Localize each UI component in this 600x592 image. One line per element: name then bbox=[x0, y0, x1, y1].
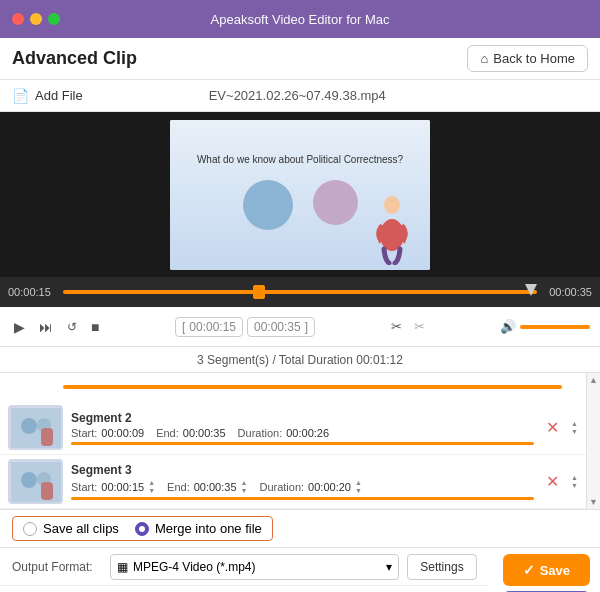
segments-info: 3 Segment(s) / Total Duration 00:01:12 bbox=[0, 347, 600, 373]
output-format-row: Output Format: ▦ MPEG-4 Video (*.mp4) ▾ … bbox=[0, 548, 489, 586]
stepper-up[interactable]: ▲ bbox=[571, 474, 578, 481]
circle-pink bbox=[313, 180, 358, 225]
timeline-end-time: 00:00:35 bbox=[537, 286, 592, 298]
svg-point-3 bbox=[21, 418, 37, 434]
save-button[interactable]: ✓ Save bbox=[503, 554, 590, 586]
timeline-start-time: 00:00:15 bbox=[8, 286, 63, 298]
start-time-value: 00:00:15 bbox=[189, 320, 236, 334]
stepper-down[interactable]: ▼ bbox=[241, 487, 248, 494]
stop-button[interactable]: ■ bbox=[87, 317, 103, 337]
figure bbox=[375, 195, 410, 265]
stepper-down[interactable]: ▼ bbox=[571, 482, 578, 489]
cut-buttons: ✂ ✂ bbox=[387, 317, 429, 336]
stepper-down[interactable]: ▼ bbox=[571, 428, 578, 435]
volume-icon: 🔊 bbox=[500, 319, 516, 334]
save-all-radio[interactable] bbox=[23, 522, 37, 536]
volume-area: 🔊 bbox=[500, 319, 590, 334]
title-bar: Apeaksoft Video Editor for Mac bbox=[0, 0, 600, 38]
end-time-input[interactable]: 00:00:35 ] bbox=[247, 317, 315, 337]
video-area: What do we know about Political Correctn… bbox=[0, 112, 600, 277]
svg-rect-5 bbox=[41, 428, 53, 446]
cut-end-button[interactable]: ✂ bbox=[410, 317, 429, 336]
segment-2-bar bbox=[71, 442, 534, 445]
segment-2-info: Segment 2 Start: 00:00:09 End: 00:00:35 … bbox=[71, 411, 534, 445]
minimize-button[interactable] bbox=[30, 13, 42, 25]
bracket-right-icon: ] bbox=[305, 320, 308, 334]
stepper-down[interactable]: ▼ bbox=[148, 487, 155, 494]
segment-2-thumb bbox=[8, 405, 63, 450]
svg-rect-9 bbox=[41, 482, 53, 500]
end-stepper-3[interactable]: ▲ ▼ bbox=[241, 479, 248, 494]
stepper-up[interactable]: ▲ bbox=[148, 479, 155, 486]
segment-3-times: Start: 00:00:15 ▲ ▼ End: 00:00:35 ▲ ▼ bbox=[71, 479, 534, 494]
stepper-up[interactable]: ▲ bbox=[571, 420, 578, 427]
close-button[interactable] bbox=[12, 13, 24, 25]
check-icon: ✓ bbox=[523, 562, 535, 578]
merge-into-one-option[interactable]: Merge into one file bbox=[135, 521, 262, 536]
save-merge-row: Save all clips Merge into one file bbox=[0, 510, 600, 548]
circle-blue bbox=[243, 180, 293, 230]
stepper-down[interactable]: ▼ bbox=[355, 487, 362, 494]
app-title: Apeaksoft Video Editor for Mac bbox=[211, 12, 390, 27]
back-home-label: Back to Home bbox=[493, 51, 575, 66]
scroll-up-icon[interactable]: ▲ bbox=[589, 375, 598, 385]
grid-icon: ▦ bbox=[117, 560, 128, 574]
format-label: Output Format: bbox=[12, 560, 102, 574]
duration-group-3: Duration: 00:00:20 ▲ ▼ bbox=[259, 479, 361, 494]
segment-3-delete[interactable]: ✕ bbox=[542, 472, 563, 491]
svg-point-7 bbox=[21, 472, 37, 488]
back-home-button[interactable]: ⌂ Back to Home bbox=[467, 45, 588, 72]
scroll-down-icon[interactable]: ▼ bbox=[589, 497, 598, 507]
table-row: Segment 2 Start: 00:00:09 End: 00:00:35 … bbox=[0, 401, 600, 455]
start-stepper-3[interactable]: ▲ ▼ bbox=[148, 479, 155, 494]
segments-area: Segment 2 Start: 00:00:09 End: 00:00:35 … bbox=[0, 373, 600, 510]
save-label: Save bbox=[540, 563, 570, 578]
cut-start-button[interactable]: ✂ bbox=[387, 317, 406, 336]
start-group-3: Start: 00:00:15 ▲ ▼ bbox=[71, 479, 155, 494]
end-group: End: 00:00:35 bbox=[156, 427, 225, 439]
settings-button[interactable]: Settings bbox=[407, 554, 476, 580]
segment-3-bar bbox=[71, 497, 534, 500]
segment-scrollbar[interactable]: ▲ ▼ bbox=[586, 373, 600, 509]
segment-2-times: Start: 00:00:09 End: 00:00:35 Duration: … bbox=[71, 427, 534, 439]
segment-3-thumb bbox=[8, 459, 63, 504]
segment-2-stepper[interactable]: ▲ ▼ bbox=[571, 420, 578, 435]
timeline-track[interactable] bbox=[63, 290, 537, 294]
video-caption: What do we know about Political Correctn… bbox=[197, 154, 403, 165]
window-controls[interactable] bbox=[12, 13, 60, 25]
save-merge-options: Save all clips Merge into one file bbox=[12, 516, 273, 541]
duration-stepper-3[interactable]: ▲ ▼ bbox=[355, 479, 362, 494]
maximize-button[interactable] bbox=[48, 13, 60, 25]
top-bar: Advanced Clip ⌂ Back to Home bbox=[0, 38, 600, 80]
duration-group: Duration: 00:00:26 bbox=[238, 427, 329, 439]
end-group-3: End: 00:00:35 ▲ ▼ bbox=[167, 479, 247, 494]
svg-point-0 bbox=[384, 196, 400, 214]
segment-2-label: Segment 2 bbox=[71, 411, 534, 425]
format-select[interactable]: ▦ MPEG-4 Video (*.mp4) ▾ bbox=[110, 554, 399, 580]
timeline-thumb[interactable] bbox=[253, 285, 265, 299]
video-inner: What do we know about Political Correctn… bbox=[170, 120, 430, 270]
segment-3-stepper[interactable]: ▲ ▼ bbox=[571, 474, 578, 489]
table-row: Segment 3 Start: 00:00:15 ▲ ▼ End: 00:00… bbox=[0, 455, 600, 509]
stepper-up[interactable]: ▲ bbox=[355, 479, 362, 486]
merge-label: Merge into one file bbox=[155, 521, 262, 536]
timeline-bar[interactable]: 00:00:15 00:00:35 bbox=[0, 277, 600, 307]
play-button[interactable]: ▶ bbox=[10, 317, 29, 337]
save-all-label: Save all clips bbox=[43, 521, 119, 536]
bracket-left-icon: [ bbox=[182, 320, 185, 334]
add-file-label[interactable]: Add File bbox=[35, 88, 83, 103]
file-name: EV~2021.02.26~07.49.38.mp4 bbox=[209, 88, 386, 103]
segment-2-delete[interactable]: ✕ bbox=[542, 418, 563, 437]
segment-1-bar bbox=[63, 385, 562, 389]
stepper-up[interactable]: ▲ bbox=[241, 479, 248, 486]
fast-forward-button[interactable]: ⏭ bbox=[35, 317, 57, 337]
video-preview: What do we know about Political Correctn… bbox=[170, 120, 430, 270]
start-time-input[interactable]: [ 00:00:15 bbox=[175, 317, 243, 337]
save-all-clips-option[interactable]: Save all clips bbox=[23, 521, 119, 536]
end-time-value: 00:00:35 bbox=[254, 320, 301, 334]
loop-button[interactable]: ↺ bbox=[63, 318, 81, 336]
merge-radio[interactable] bbox=[135, 522, 149, 536]
format-select-inner: ▦ MPEG-4 Video (*.mp4) bbox=[117, 560, 256, 574]
volume-bar[interactable] bbox=[520, 325, 590, 329]
bottom-section: Output Format: ▦ MPEG-4 Video (*.mp4) ▾ … bbox=[0, 548, 600, 592]
